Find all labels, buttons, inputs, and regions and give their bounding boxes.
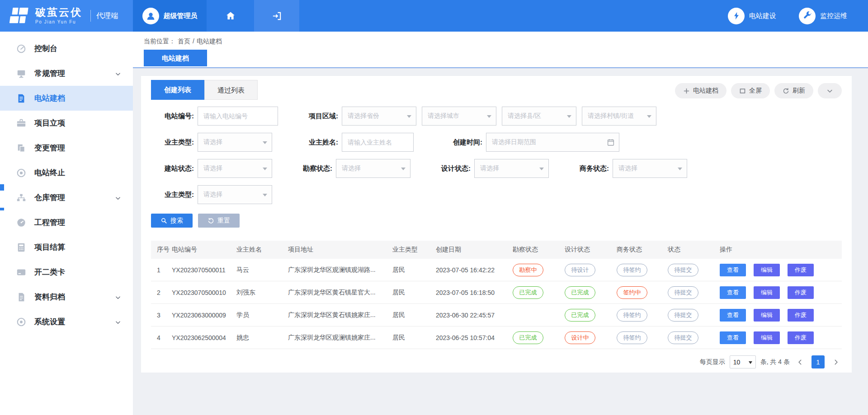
reset-icon (208, 217, 214, 224)
void-button[interactable]: 作废 (788, 309, 814, 322)
status-cell: 待设计 (565, 264, 617, 276)
status-cell: 待签约 (617, 264, 668, 276)
status-cell: 待签约 (617, 309, 668, 322)
sidebar-item-开二类卡[interactable]: 开二类卡 (0, 260, 133, 284)
sidebar-item-常规管理[interactable]: 常规管理 (0, 61, 133, 86)
build-status-select[interactable]: 请选择 (198, 159, 272, 178)
table-cell: YX2023070500011 (172, 266, 236, 274)
prev-page-button[interactable] (794, 356, 806, 368)
status-badge: 勘察中 (513, 264, 543, 276)
home-button[interactable] (207, 0, 254, 32)
tab-通过列表[interactable]: 通过列表 (204, 80, 258, 100)
owner-name-input[interactable] (342, 133, 414, 152)
owner-name-label: 业主姓名: (295, 138, 338, 147)
filter-row-4: 业主类型: 请选择 (151, 185, 842, 204)
card-toolbar: 电站建档全屏刷新 (675, 83, 842, 98)
page-number-button[interactable]: 1 (811, 355, 825, 368)
search-button[interactable]: 搜索 (151, 214, 193, 228)
search-icon (160, 217, 167, 224)
sidebar-item-控制台[interactable]: 控制台 (0, 36, 133, 61)
sidebar-item-电站建档[interactable]: 电站建档 (0, 86, 133, 111)
header-nav-label: 监控运维 (820, 12, 847, 20)
sidebar-item-变更管理[interactable]: 变更管理 (0, 135, 133, 160)
business-status-select[interactable]: 请选择 (613, 159, 687, 178)
void-button[interactable]: 作废 (788, 331, 814, 344)
user-menu[interactable]: 超级管理员 (133, 0, 207, 32)
reset-button-label: 重置 (217, 217, 230, 225)
column-header: 业主类型 (392, 246, 436, 254)
全屏-button[interactable]: 全屏 (731, 83, 770, 98)
actions-cell: 查看编辑作废 (720, 309, 842, 322)
sidebar-item-项目立项[interactable]: 项目立项 (0, 111, 133, 135)
station-code-input[interactable] (198, 107, 278, 126)
status-badge: 已完成 (513, 331, 543, 344)
view-button[interactable]: 查看 (720, 286, 746, 299)
sidebar-item-系统设置[interactable]: 系统设置 (0, 309, 133, 334)
next-page-button[interactable] (830, 356, 842, 368)
data-table: 序号电站编号业主姓名项目地址业主类型创建日期勘察状态设计状态商务状态状态操作 1… (151, 241, 842, 349)
sidebar-item-电站终止[interactable]: 电站终止 (0, 160, 133, 185)
create-time-range-picker[interactable]: 请选择日期范围 (486, 133, 619, 152)
province-select[interactable]: 请选择省份 (342, 107, 416, 126)
caret-down-icon (749, 361, 752, 366)
sidebar-item-label: 控制台 (34, 43, 57, 54)
logout-button[interactable] (254, 0, 299, 32)
village-select[interactable]: 请选择村镇/街道 (582, 107, 656, 126)
tab-创建列表[interactable]: 创建列表 (151, 80, 204, 100)
per-page-select[interactable]: 10 (730, 355, 756, 368)
survey-status-select[interactable]: 请选择 (336, 159, 410, 178)
breadcrumb-home-link[interactable]: 首页 (178, 37, 190, 46)
owner-type-select[interactable]: 请选择 (198, 133, 272, 152)
user-name: 超级管理员 (164, 12, 198, 20)
expand-toggle-button[interactable] (818, 83, 842, 98)
table-cell: YX2023062500004 (172, 334, 236, 341)
status-badge: 待提交 (668, 309, 698, 322)
caret-down-icon (567, 115, 571, 120)
table-cell: YX2023063000009 (172, 312, 236, 319)
sidebar-item-仓库管理[interactable]: 仓库管理 (0, 185, 133, 210)
table-cell: 广东深圳龙华区黄石镇星官大... (288, 289, 392, 297)
edit-button[interactable]: 编辑 (754, 331, 780, 344)
chevron-down-icon (115, 319, 121, 325)
city-select[interactable]: 请选择城市 (422, 107, 496, 126)
reset-button[interactable]: 重置 (198, 214, 240, 228)
wrench-icon (799, 8, 816, 24)
view-button[interactable]: 查看 (720, 331, 746, 344)
电站建档-button[interactable]: 电站建档 (675, 83, 726, 98)
page-title-tab[interactable]: 电站建档 (144, 50, 207, 66)
briefcase-icon (16, 118, 26, 128)
edit-button[interactable]: 编辑 (754, 264, 780, 276)
owner-type2-select[interactable]: 请选择 (198, 185, 272, 204)
header-nav-电站建设[interactable]: 电站建设 (728, 8, 776, 24)
刷新-button[interactable]: 刷新 (774, 83, 813, 98)
view-button[interactable]: 查看 (720, 309, 746, 322)
void-button[interactable]: 作废 (788, 286, 814, 299)
void-button[interactable]: 作废 (788, 264, 814, 276)
sidebar-item-资料归档[interactable]: 资料归档 (0, 284, 133, 309)
edit-button[interactable]: 编辑 (754, 309, 780, 322)
status-cell: 待提交 (668, 331, 720, 344)
district-select-placeholder: 请选择县/区 (508, 112, 541, 120)
view-button[interactable]: 查看 (720, 264, 746, 276)
home-icon (225, 10, 236, 21)
build-status-placeholder: 请选择 (203, 164, 222, 173)
caret-down-icon (487, 115, 491, 120)
sidebar-item-label: 常规管理 (34, 68, 65, 79)
sidebar-item-工程管理[interactable]: 工程管理 (0, 210, 133, 235)
sidebar-item-项目结算[interactable]: 项目结算 (0, 235, 133, 260)
table-cell: 4 (151, 334, 172, 341)
toolbar-button-label: 全屏 (749, 87, 762, 95)
status-cell: 待签约 (617, 331, 668, 344)
breadcrumb-strip: 当前位置： 首页 / 电站建档 电站建档 (133, 32, 868, 67)
calculator-icon (16, 242, 26, 252)
district-select[interactable]: 请选择县/区 (502, 107, 576, 126)
sidebar-item-label: 仓库管理 (34, 192, 65, 203)
main-content: 当前位置： 首页 / 电站建档 电站建档 创建列表通过列表 电站建档全屏刷新 电… (133, 32, 868, 415)
table-cell: 2 (151, 289, 172, 296)
table-cell: 2023-06-30 22:45:57 (436, 312, 513, 319)
design-status-select[interactable]: 请选择 (474, 159, 549, 178)
filter-row-3: 建站状态: 请选择 勘察状态: 请选择 设计状态: 请选择 商务状态: 请选择 (151, 159, 842, 178)
header-nav-监控运维[interactable]: 监控运维 (799, 8, 847, 24)
edit-button[interactable]: 编辑 (754, 286, 780, 299)
table-cell: 2023-06-25 10:57:04 (436, 334, 513, 341)
